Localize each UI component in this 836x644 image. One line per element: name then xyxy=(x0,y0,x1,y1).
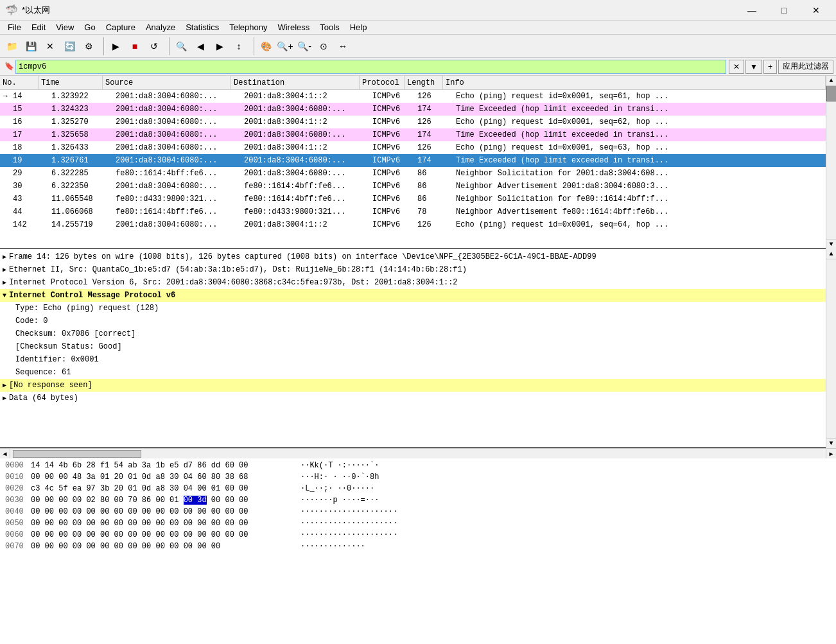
packet-cell-no: 14 xyxy=(10,90,49,103)
toolbar-forward-button[interactable]: ▶ xyxy=(211,37,229,55)
expand-icon[interactable]: ▶ xyxy=(3,253,6,261)
packet-row[interactable]: 161.3252702001:da8:3004:6080:...2001:da8… xyxy=(0,116,826,128)
packet-list: No. Time Source Destination Protocol Len… xyxy=(0,76,826,249)
detail-scroll-up-btn[interactable]: ▲ xyxy=(826,249,836,259)
toolbar-stop-button[interactable]: ■ xyxy=(126,37,144,55)
expand-icon[interactable]: ▶ xyxy=(3,381,6,389)
detail-row[interactable]: [Checksum Status: Good] xyxy=(0,340,826,353)
toolbar-goto-button[interactable]: ↕ xyxy=(230,37,248,55)
detail-row[interactable]: ▶ [No response seen] xyxy=(0,379,826,392)
packet-cell-time: 1.326433 xyxy=(49,141,113,154)
packet-cell-len: 126 xyxy=(415,141,453,154)
packet-cell-time: 6.322285 xyxy=(49,167,113,180)
hex-highlight: 00 3d xyxy=(184,496,207,505)
close-button[interactable]: ✕ xyxy=(801,0,831,21)
hex-bytes: 00 00 00 48 3a 01 20 01 0d a8 30 04 60 8… xyxy=(31,473,300,482)
menu-item-view[interactable]: View xyxy=(51,21,79,33)
hscrollbar[interactable]: ◀ ▶ xyxy=(0,448,836,458)
toolbar-start-button[interactable]: ▶ xyxy=(107,37,125,55)
packet-row[interactable]: 4411.066068fe80::1614:4bff:fe6...fe80::d… xyxy=(0,205,826,218)
detail-row[interactable]: ▶ Frame 14: 126 bytes on wire (1008 bits… xyxy=(0,250,826,263)
filter-close-button[interactable]: ✕ xyxy=(729,60,744,74)
detail-row[interactable]: Type: Echo (ping) request (128) xyxy=(0,302,826,315)
toolbar-zoom-normal-button[interactable]: ⊙ xyxy=(315,37,333,55)
toolbar-close-button[interactable]: ✕ xyxy=(41,37,59,55)
hex-bytes: 00 00 00 00 00 00 00 00 00 00 00 00 00 0… xyxy=(31,519,300,528)
packet-row[interactable]: 151.3243232001:da8:3004:6080:...2001:da8… xyxy=(0,103,826,116)
menu-item-wireless[interactable]: Wireless xyxy=(272,21,315,33)
toolbar-reload-button[interactable]: 🔄 xyxy=(60,37,78,55)
menu-item-help[interactable]: Help xyxy=(345,21,372,33)
filter-add-button[interactable]: + xyxy=(763,60,777,74)
expand-icon[interactable]: ▶ xyxy=(3,266,6,274)
packet-cell-info: Neighbor Advertisement fe80::1614:4bff:f… xyxy=(453,205,826,218)
toolbar-save-button[interactable]: 💾 xyxy=(22,37,40,55)
app-title: *以太网 xyxy=(22,4,50,16)
maximize-button[interactable]: □ xyxy=(769,0,799,21)
filter-input[interactable] xyxy=(15,60,726,74)
hex-offset: 0050 xyxy=(5,519,31,528)
hex-offset: 0020 xyxy=(5,484,31,493)
packet-row[interactable]: 306.3223502001:da8:3004:6080:...fe80::16… xyxy=(0,180,826,193)
toolbar-open-button[interactable]: 📁 xyxy=(3,37,21,55)
app-icon: 🦈 xyxy=(5,4,18,17)
expand-icon[interactable]: ▶ xyxy=(3,394,6,402)
detail-row[interactable]: Sequence: 61 xyxy=(0,366,826,379)
hex-offset: 0030 xyxy=(5,496,31,505)
packet-cell-dst: 2001:da8:3004:6080:... xyxy=(241,167,370,180)
packet-cell-src: 2001:da8:3004:6080:... xyxy=(113,128,241,141)
menu-item-edit[interactable]: Edit xyxy=(26,21,51,33)
detail-row[interactable]: ▶ Data (64 bytes) xyxy=(0,392,826,405)
hscroll-thumb[interactable] xyxy=(13,450,141,458)
expand-icon[interactable]: ▼ xyxy=(3,292,6,299)
detail-scrollbar[interactable]: ▲ ▼ xyxy=(826,249,836,448)
toolbar-resize-button[interactable]: ↔ xyxy=(334,37,352,55)
col-header-source: Source xyxy=(103,76,231,89)
toolbar-zoom-out-button[interactable]: 🔍- xyxy=(295,37,313,55)
toolbar-coloring-button[interactable]: 🎨 xyxy=(257,37,275,55)
detail-row[interactable]: ▼ Internet Control Message Protocol v6 xyxy=(0,289,826,302)
detail-row[interactable]: Code: 0 xyxy=(0,315,826,327)
expand-icon[interactable]: ▶ xyxy=(3,279,6,286)
packet-cell-proto: ICMPv6 xyxy=(370,154,415,167)
hscroll-right-btn[interactable]: ▶ xyxy=(826,449,836,459)
toolbar-restart-button[interactable]: ↺ xyxy=(145,37,163,55)
toolbar-zoom-in-button[interactable]: 🔍+ xyxy=(276,37,294,55)
packet-row[interactable]: 296.322285fe80::1614:4bff:fe6...2001:da8… xyxy=(0,167,826,180)
toolbar-find-button[interactable]: 🔍 xyxy=(172,37,190,55)
toolbar-back-button[interactable]: ◀ xyxy=(191,37,209,55)
menu-item-statistics[interactable]: Statistics xyxy=(180,21,224,33)
menu-item-file[interactable]: File xyxy=(3,21,26,33)
detail-row[interactable]: ▶ Internet Protocol Version 6, Src: 2001… xyxy=(0,276,826,289)
detail-row[interactable]: Checksum: 0x7086 [correct] xyxy=(0,327,826,340)
detail-scroll-down-btn[interactable]: ▼ xyxy=(826,438,836,448)
packet-row[interactable]: 181.3264332001:da8:3004:6080:...2001:da8… xyxy=(0,141,826,154)
packet-row[interactable]: 191.3267612001:da8:3004:6080:...2001:da8… xyxy=(0,154,826,167)
scroll-down-btn[interactable]: ▼ xyxy=(826,239,836,249)
menu-item-analyze[interactable]: Analyze xyxy=(141,21,180,33)
packet-list-scrollbar[interactable]: ▲ ▼ xyxy=(826,76,836,249)
packet-cell-time: 6.322350 xyxy=(49,180,113,193)
packet-cell-no: 30 xyxy=(10,180,49,193)
col-header-destination: Destination xyxy=(231,76,360,89)
packet-cell-src: 2001:da8:3004:6080:... xyxy=(113,116,241,128)
menu-item-go[interactable]: Go xyxy=(79,21,100,33)
menu-item-telephony[interactable]: Telephony xyxy=(224,21,272,33)
menu-item-capture[interactable]: Capture xyxy=(101,21,141,33)
packet-row[interactable]: 4311.065548fe80::d433:9800:321...fe80::1… xyxy=(0,193,826,205)
packet-cell-src: 2001:da8:3004:6080:... xyxy=(113,180,241,193)
packet-cell-proto: ICMPv6 xyxy=(370,103,415,116)
packet-row[interactable]: →141.3239222001:da8:3004:6080:...2001:da… xyxy=(0,90,826,103)
menu-item-tools[interactable]: Tools xyxy=(315,21,344,33)
filter-apply-button[interactable]: 应用此过滤器 xyxy=(778,60,833,74)
hscroll-left-btn[interactable]: ◀ xyxy=(0,449,10,459)
filter-dropdown-button[interactable]: ▼ xyxy=(745,60,762,74)
detail-row[interactable]: ▶ Ethernet II, Src: QuantaCo_1b:e5:d7 (5… xyxy=(0,263,826,276)
packet-row[interactable]: 171.3256582001:da8:3004:6080:...2001:da8… xyxy=(0,128,826,141)
scroll-up-btn[interactable]: ▲ xyxy=(826,76,836,86)
minimize-button[interactable]: — xyxy=(737,0,767,21)
toolbar-options-button[interactable]: ⚙ xyxy=(80,37,98,55)
packet-cell-len: 78 xyxy=(415,205,453,218)
packet-row[interactable]: 14214.2557192001:da8:3004:6080:...2001:d… xyxy=(0,218,826,231)
detail-row[interactable]: Identifier: 0x0001 xyxy=(0,353,826,366)
